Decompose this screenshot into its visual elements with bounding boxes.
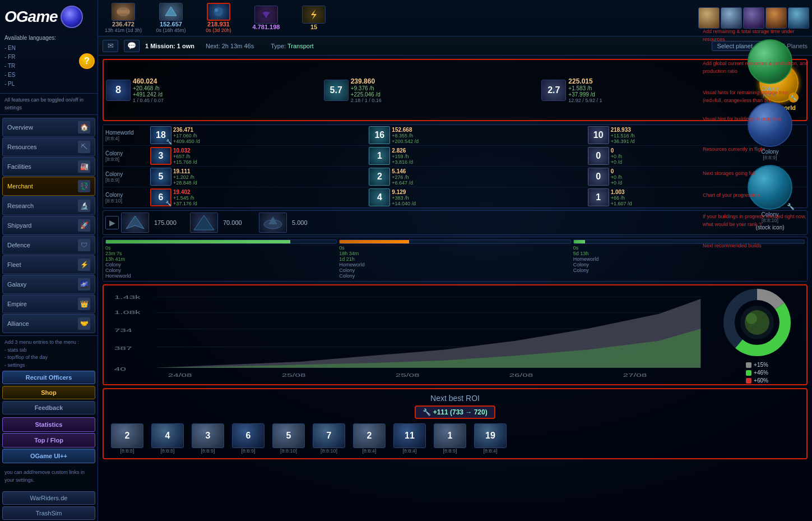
c3-crystal-level: 4 — [369, 188, 390, 206]
planets-table: Homeworld [8:8:4] 18🔧 236.471 +17.060 /h… — [103, 125, 808, 208]
c1-deut-vals: 0 +0 /h +0 /d — [611, 147, 622, 165]
chart-section: 1.43k 1.08k 734 387 40 24/08 25/08 25/08 — [103, 284, 808, 385]
svg-point-4 — [215, 8, 218, 12]
statistics-button[interactable]: Statistics — [2, 417, 95, 432]
recruit-officers-button[interactable]: Recruit Officers — [2, 371, 95, 384]
resources-icon: ⛏ — [78, 141, 90, 153]
c1-metal-level: 3 — [150, 147, 171, 165]
svg-point-3 — [214, 7, 223, 16]
lang-pl[interactable]: - PL — [4, 80, 93, 89]
lang-es[interactable]: - ES — [4, 71, 93, 80]
help-button[interactable]: ? — [79, 53, 95, 69]
planet-sphere-colony3 — [748, 165, 792, 210]
c3-metal-vals: 19.402 +1.545 /h +37.176 /d — [173, 189, 197, 206]
planet-name-c3: Colony [8:8:10] — [105, 192, 150, 204]
sidebar-item-galaxy[interactable]: Galaxy 🌌 — [2, 275, 95, 294]
c3-deut-vals: 1.003 +66 /h +1.607 /d — [611, 189, 632, 206]
warriders-link[interactable]: WarRiders.de — [2, 491, 95, 505]
prod-deut-ratio: 12.92 / 5.92 / 1 — [568, 98, 602, 103]
sidebar-item-facilities[interactable]: Facilities 🏭 — [2, 157, 95, 176]
legend-deut-label: +60% — [754, 377, 768, 384]
deut-resource: 218.931 0s (3d 20h) — [196, 3, 241, 33]
crystal-resource: 152.657 0s (16h 45m) — [149, 3, 193, 33]
roi-level-8: [8:8:4] — [402, 448, 416, 454]
c2-deut-vals: 0 +0 /h +0 /d — [611, 168, 622, 186]
dm-icon — [254, 6, 278, 24]
planet-name-display-c3: Colony — [761, 211, 778, 218]
c3-deut-level: 1 — [588, 188, 609, 206]
legend-crystal: +46% — [746, 370, 768, 376]
c3-metal-level: 6🔧 — [150, 188, 171, 206]
fleet-val-3: 5.000 — [292, 219, 326, 226]
roi-item-3: 3 [8:8:9] — [189, 423, 227, 454]
roi-title: Next best ROI — [108, 394, 802, 403]
c1-deut-level: 0 — [588, 147, 609, 165]
logo-text: OGame — [4, 8, 58, 26]
fleet-val-1: 175.000 — [154, 219, 188, 226]
svg-text:25/08: 25/08 — [282, 372, 306, 377]
topflop-button[interactable]: Top / Flop — [2, 433, 95, 448]
ogame-uipp-button[interactable]: OGame UI++ — [2, 449, 95, 463]
metal-value: 236.472 — [112, 21, 134, 27]
roi-img-7: 2 — [353, 423, 386, 448]
sidebar-item-fleet[interactable]: Fleet ⚡ — [2, 255, 95, 274]
prod-metal-cell: 8 460.024 +20.468 /h +491.242 /d 1 / 0.4… — [106, 77, 322, 103]
sidebar-item-research[interactable]: Research 🔬 — [2, 196, 95, 215]
chat-button[interactable]: 💬 — [124, 40, 140, 52]
prod-crystal-vals: 239.860 +9.376 /h +225.046 /d 2.18 / 1 /… — [351, 77, 382, 103]
sidebar-item-empire[interactable]: Empire 👑 — [2, 294, 95, 313]
empire-label: Empire — [7, 301, 27, 307]
svg-text:734: 734 — [114, 327, 132, 333]
svg-rect-1 — [117, 10, 129, 13]
svg-text:387: 387 — [114, 345, 132, 351]
wrench-icon-colony3[interactable]: 🔧 — [787, 203, 795, 210]
roi-level-1: [8:8:8] — [120, 448, 134, 454]
prod-metal-icon: 8 — [106, 80, 131, 101]
prod-crystal-hr: +9.376 /h — [351, 85, 382, 91]
mission-route-1: ColonyColonyHomeworld — [105, 262, 337, 279]
svg-marker-8 — [194, 215, 214, 230]
roi-item-4: 6 [8:8:9] — [229, 423, 267, 454]
prod-deut-cell: 2.7 225.015 +1.583 /h +37.999 /d 12.92 /… — [541, 77, 757, 103]
roi-section: Next best ROI 🔧 +111 (733 → 720) 2 [8:8:… — [103, 388, 808, 459]
roi-level-5: [8:8:10] — [280, 448, 297, 454]
crystal-value: 152.657 — [160, 21, 182, 27]
planet-cells-hw: 18🔧 236.471 +17.060 /h +409.450 /d 16 15… — [150, 126, 805, 144]
table-row: Colony [8:8:8] 3 10.032 +657 /h +15.768 … — [103, 146, 807, 167]
roi-item-7: 2 [8:8:4] — [350, 423, 388, 454]
darkmatter-resource: 4.781.198 — [244, 6, 289, 30]
hw-crystal-level: 16 — [369, 126, 390, 144]
feedback-button[interactable]: Feedback — [2, 401, 95, 414]
table-row: Colony [8:8:9] 5 19.111 +1.202 /h +28.84… — [103, 167, 807, 187]
roi-img-6: 7 — [313, 423, 345, 448]
prod-deut-icon: 2.7 — [541, 80, 566, 101]
roi-img-8: 11 — [393, 423, 426, 448]
hw-metal-vals: 236.471 +17.060 /h +409.450 /d — [173, 127, 200, 144]
sidebar-item-alliance[interactable]: Alliance 🤝 — [2, 314, 95, 333]
sidebar-item-resources[interactable]: Resources ⛏ — [2, 137, 95, 156]
sidebar-item-merchant[interactable]: Merchant 💱 — [2, 177, 95, 196]
add-links-note: you can add/remove custom links in your … — [0, 466, 98, 487]
messages-button[interactable]: ✉ — [103, 40, 118, 52]
sidebar-item-defence[interactable]: Defence 🛡 — [2, 236, 95, 255]
prod-deut-main: 225.015 — [568, 77, 602, 85]
progression-chart: 1.43k 1.08k 734 387 40 24/08 25/08 25/08 — [108, 290, 707, 380]
roi-item-5: 5 [8:8:10] — [270, 423, 308, 454]
legend-deut: +60% — [746, 377, 768, 384]
roi-level-3: [8:8:9] — [201, 448, 215, 454]
shop-button[interactable]: Shop — [2, 386, 95, 399]
prod-metal-main: 460.024 — [133, 77, 164, 85]
mission-time-2: 0s18h 34m1d 21h — [339, 245, 570, 262]
trashsim-link[interactable]: TrashSim — [2, 506, 95, 520]
sidebar-item-shipyard[interactable]: Shipyard 🚀 — [2, 216, 95, 235]
planet-name-c2: Colony [8:8:9] — [105, 171, 150, 183]
roi-item-2: 4 [8:8:8] — [149, 423, 187, 454]
roi-img-10: 19 — [474, 423, 507, 448]
shipyard-icon: 🚀 — [78, 219, 90, 232]
sidebar-item-overview[interactable]: Overview 🏠 — [2, 118, 95, 137]
lang-en[interactable]: - EN — [4, 44, 93, 53]
svg-text:40: 40 — [114, 366, 126, 372]
roi-img-1: 2 — [111, 423, 143, 448]
roi-img-9: 1 — [434, 423, 466, 448]
add-menu-note: Add 3 menu entries to the menu :- stats … — [0, 335, 98, 369]
